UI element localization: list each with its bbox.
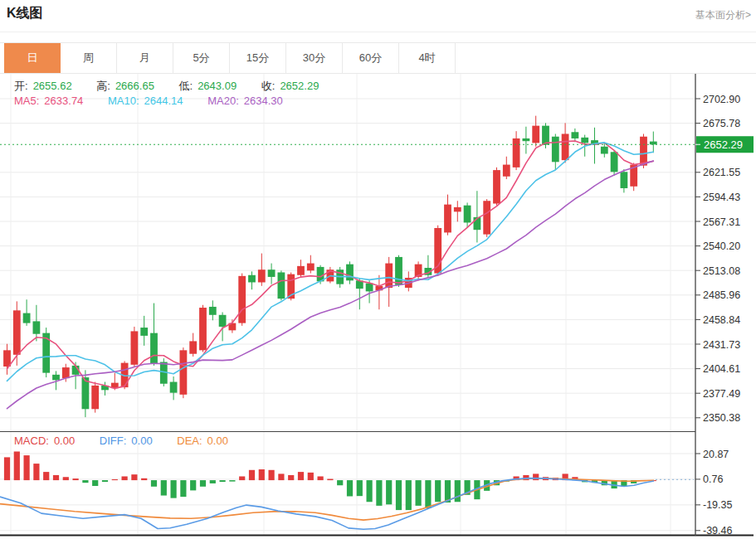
macd-hist-bar <box>73 478 79 480</box>
macd-hist-bar <box>4 457 10 480</box>
macd-hist-bar <box>337 480 343 485</box>
candle[interactable] <box>415 261 422 280</box>
diff-value: 0.00 <box>131 435 152 447</box>
candle[interactable] <box>189 333 197 357</box>
close-value: 2652.29 <box>280 80 319 92</box>
candle[interactable] <box>611 150 618 176</box>
macd-hist-bar <box>151 480 157 487</box>
ma10-line <box>7 143 654 381</box>
candle[interactable] <box>170 376 178 400</box>
macd-hist-bar <box>259 469 265 480</box>
open-label: 开: <box>14 80 28 92</box>
macd-hist-bar <box>376 480 382 506</box>
candle[interactable] <box>483 199 490 237</box>
y-axis-label: 2594.43 <box>703 192 740 203</box>
ma10-label: MA10: <box>108 95 139 107</box>
candle[interactable] <box>180 347 188 398</box>
candle[interactable] <box>425 255 432 278</box>
macd-hist-bar <box>33 464 39 480</box>
candle[interactable] <box>572 129 579 142</box>
macd-hist-bar <box>82 480 88 483</box>
y-axis-label: 2675.78 <box>703 118 740 129</box>
candle[interactable] <box>532 116 539 147</box>
candle[interactable] <box>454 201 461 221</box>
high-value: 2666.65 <box>115 80 154 92</box>
macd-hist-bar <box>43 472 49 480</box>
candle[interactable] <box>268 264 276 284</box>
macd-hist-bar <box>190 480 196 490</box>
candle[interactable] <box>650 132 657 153</box>
macd-hist-bar <box>396 480 402 510</box>
candle[interactable] <box>513 131 520 170</box>
macd-hist-bar <box>416 480 422 506</box>
candle[interactable] <box>297 260 305 278</box>
macd-hist-bar <box>298 472 304 480</box>
candle[interactable] <box>238 274 246 326</box>
low-value: 2643.09 <box>198 80 237 92</box>
macd-hist-bar <box>269 470 275 480</box>
candle[interactable] <box>209 300 217 320</box>
macd-hist-bar <box>288 475 294 480</box>
candle[interactable] <box>278 270 285 300</box>
macd-hist-bar <box>210 480 216 483</box>
macd-value: 0.00 <box>54 435 75 447</box>
candle[interactable] <box>336 267 344 288</box>
candle[interactable] <box>493 168 500 206</box>
macd-hist-bar <box>318 476 324 480</box>
candle[interactable] <box>503 157 510 179</box>
macd-hist-bar <box>367 480 373 502</box>
candle[interactable] <box>562 123 569 163</box>
ma-readout: MA5:2633.74 MA10:2644.14 MA20:2634.30 <box>14 95 288 107</box>
candle[interactable] <box>91 382 99 413</box>
candle[interactable] <box>444 195 451 236</box>
dea-value: 0.00 <box>207 435 228 447</box>
macd-hist-bar <box>112 479 118 480</box>
ma5-label: MA5: <box>14 95 39 107</box>
macd-hist-bar <box>327 479 333 481</box>
macd-hist-bar <box>53 475 59 480</box>
macd-hist-bar <box>161 480 167 495</box>
ma20-line <box>7 161 654 409</box>
y-axis-label: 2431.73 <box>703 339 740 351</box>
macd-hist-bar <box>92 480 98 486</box>
candle[interactable] <box>591 128 598 164</box>
y-axis-label: 2485.96 <box>703 289 740 301</box>
candle[interactable] <box>33 305 41 342</box>
candle[interactable] <box>199 305 207 352</box>
candle[interactable] <box>42 328 50 377</box>
candle[interactable] <box>131 327 139 367</box>
candle[interactable] <box>552 134 559 170</box>
y-axis-label: 2377.49 <box>703 388 740 400</box>
macd-hist-bar <box>239 476 245 480</box>
macd-hist-bar <box>220 480 226 482</box>
candle[interactable] <box>307 255 315 274</box>
candle[interactable] <box>327 267 334 284</box>
kline-widget: { "page": { "title": "K线图", "more_link":… <box>0 0 756 539</box>
macd-readout: MACD:0.00 DIFF:0.00 DEA:0.00 <box>14 435 233 447</box>
dea-label: DEA: <box>177 435 202 447</box>
candle[interactable] <box>346 261 354 284</box>
ma10-value: 2644.14 <box>144 95 183 107</box>
macd-hist-bar <box>200 480 206 487</box>
macd-hist-bar <box>102 480 108 482</box>
candle[interactable] <box>621 169 628 192</box>
diff-label: DIFF: <box>100 435 127 447</box>
macd-hist-bar <box>131 474 137 480</box>
macd-hist-bar <box>406 480 412 510</box>
macd-hist-bar <box>435 480 441 502</box>
candle[interactable] <box>3 344 11 375</box>
candle[interactable] <box>523 127 530 154</box>
macd-axis-label: 0.76 <box>703 473 723 485</box>
ma5-value: 2633.74 <box>44 95 83 107</box>
candle[interactable] <box>140 316 148 346</box>
candle[interactable] <box>229 319 237 333</box>
ohlc-readout: 开:2655.62 高:2666.65 低:2643.09 收:2652.29 <box>14 79 324 94</box>
candle[interactable] <box>23 299 31 326</box>
macd-label: MACD: <box>14 435 49 447</box>
current-price-tag-value: 2652.29 <box>704 138 743 151</box>
y-axis-label: 2513.08 <box>703 265 740 277</box>
candle[interactable] <box>248 271 256 289</box>
macd-hist-bar <box>357 480 363 496</box>
candle[interactable] <box>376 275 383 309</box>
macd-axis-label: -39.46 <box>703 525 732 537</box>
